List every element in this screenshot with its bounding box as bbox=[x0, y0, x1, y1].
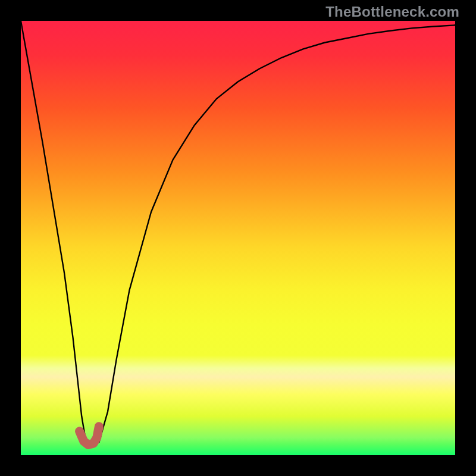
plot-area bbox=[21, 21, 455, 455]
bottleneck-curve-line bbox=[21, 21, 455, 446]
watermark-text: TheBottleneck.com bbox=[325, 4, 459, 20]
chart-frame: TheBottleneck.com bbox=[0, 0, 476, 476]
curve-svg bbox=[21, 21, 455, 455]
highlight-marker bbox=[80, 427, 99, 445]
